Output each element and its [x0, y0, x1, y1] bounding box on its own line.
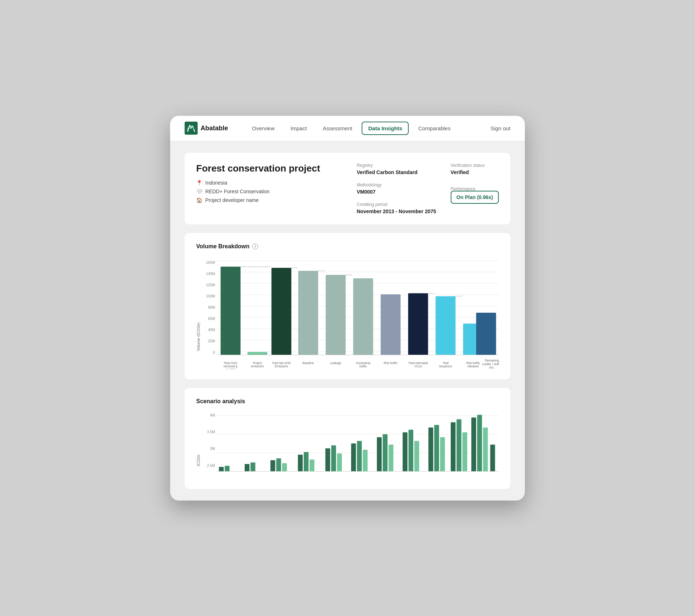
registry-group: Registry Verified Carbon Standard [357, 163, 436, 175]
nav-data-insights[interactable]: Data Insights [362, 122, 409, 135]
location-icon: 📍 [196, 180, 202, 186]
y-label-100: 100M [201, 294, 215, 298]
developer-item: 🏠 Project developer name [196, 197, 342, 203]
y-axis-title: Volume (tCO2e) [196, 257, 201, 351]
svg-rect-70 [456, 419, 461, 471]
svg-rect-1 [220, 266, 240, 355]
project-meta: 📍 Indonesia 🤍 REDD+ Forest Conservation … [196, 180, 342, 203]
svg-text:avoided: avoided [226, 367, 236, 369]
project-header: Forest conservation project 📍 Indonesia … [185, 153, 510, 224]
main-content: Forest conservation project 📍 Indonesia … [170, 141, 525, 501]
svg-rect-69 [451, 422, 455, 471]
svg-rect-66 [429, 427, 433, 471]
location-text: Indonesia [205, 180, 227, 186]
y-label-0: 0 [201, 351, 215, 355]
svg-rect-10 [353, 278, 373, 355]
svg-rect-63 [403, 432, 407, 471]
svg-rect-65 [414, 441, 419, 471]
scenario-analysis-section: Scenario analysis tCO2e 2.5M 3M 3.5M 4M [185, 388, 510, 489]
app-frame: Abatable Overview Impact Assessment Data… [170, 116, 525, 501]
svg-rect-71 [462, 432, 467, 471]
developer-icon: 🏠 [196, 197, 202, 203]
navbar: Abatable Overview Impact Assessment Data… [170, 116, 525, 141]
y-label-20: 20M [201, 339, 215, 343]
y-label-80: 80M [201, 305, 215, 309]
y-label-120: 120M [201, 283, 215, 287]
volume-breakdown-title: Volume Breakdown i [196, 243, 499, 250]
svg-rect-75 [490, 444, 495, 471]
svg-text:Emissions: Emissions [275, 364, 288, 368]
logo-text: Abatable [201, 125, 228, 132]
svg-rect-59 [363, 450, 367, 471]
developer-text: Project developer name [205, 197, 259, 203]
svg-text:acc.: acc. [489, 365, 495, 369]
svg-rect-68 [440, 437, 445, 471]
scenario-chart-body [217, 412, 499, 479]
svg-rect-64 [408, 430, 413, 471]
location-item: 📍 Indonesia [196, 180, 342, 186]
svg-rect-8 [326, 275, 346, 355]
svg-rect-73 [477, 415, 482, 471]
nav-assessment[interactable]: Assessment [316, 122, 359, 135]
svg-text:Baseline: Baseline [303, 361, 314, 364]
verification-group: Verification status Verified [451, 163, 485, 175]
logo-area: Abatable [185, 122, 228, 135]
svg-rect-67 [434, 425, 439, 471]
chart-body: Total GHG removed & avoided Project emis… [217, 257, 499, 369]
type-item: 🤍 REDD+ Forest Conservation [196, 189, 342, 194]
volume-breakdown-section: Volume Breakdown i Volume (tCO2e) 0 20M … [185, 233, 510, 379]
svg-rect-62 [388, 444, 393, 471]
svg-rect-52 [304, 452, 308, 471]
svg-rect-58 [357, 441, 362, 471]
svg-text:released: released [467, 364, 479, 368]
scenario-y-labels: 2.5M 3M 3.5M 4M [201, 413, 217, 468]
svg-rect-56 [337, 453, 342, 471]
performance-badge: On Plan (0.96x) [451, 191, 499, 204]
verification-section: Verification status Verified Performance… [451, 163, 499, 214]
project-details: Registry Verified Carbon Standard Method… [357, 163, 499, 214]
svg-rect-44 [219, 467, 224, 471]
nav-overview[interactable]: Overview [245, 122, 281, 135]
type-text: REDD+ Forest Conservation [205, 189, 270, 194]
svg-rect-50 [282, 463, 287, 471]
svg-rect-61 [383, 434, 387, 471]
svg-rect-14 [435, 296, 455, 355]
project-main-info: Forest conservation project 📍 Indonesia … [196, 163, 342, 203]
svg-text:issuances: issuances [439, 364, 452, 368]
y-label-60: 60M [201, 317, 215, 321]
svg-rect-49 [276, 458, 281, 471]
svg-rect-54 [325, 448, 330, 471]
svg-rect-60 [377, 437, 382, 471]
sign-out-button[interactable]: Sign out [490, 125, 510, 131]
y-label-40: 40M [201, 328, 215, 332]
crediting-value: November 2013 - November 2075 [357, 208, 436, 214]
y-label-140: 140M [201, 272, 215, 276]
project-title: Forest conservation project [196, 163, 342, 174]
verification-label: Verification status [451, 163, 485, 168]
crediting-group: Crediting period November 2013 - Novembe… [357, 202, 436, 214]
methodology-value: VM0007 [357, 189, 436, 195]
registry-label: Registry [357, 163, 436, 168]
volume-info-icon[interactable]: i [252, 244, 258, 249]
svg-rect-51 [298, 455, 303, 471]
svg-rect-4 [271, 267, 291, 355]
svg-text:emissions: emissions [251, 364, 264, 368]
svg-rect-12 [408, 293, 428, 355]
y-axis-labels: 0 20M 40M 60M 80M 100M 120M 140M 160M [201, 261, 217, 355]
svg-text:Risk buffer: Risk buffer [384, 361, 398, 364]
scenario-svg [217, 412, 499, 479]
waterfall-svg: Total GHG removed & avoided Project emis… [217, 257, 499, 369]
svg-rect-45 [225, 466, 229, 471]
type-icon: 🤍 [196, 189, 202, 194]
nav-comparables[interactable]: Comparables [412, 122, 457, 135]
verification-value: Verified [451, 169, 485, 175]
svg-rect-57 [351, 443, 356, 471]
nav-impact[interactable]: Impact [284, 122, 313, 135]
svg-rect-72 [471, 417, 476, 471]
nav-links: Overview Impact Assessment Data Insights… [245, 122, 479, 135]
svg-rect-48 [270, 460, 275, 471]
svg-rect-53 [309, 459, 314, 471]
abatable-logo-icon [185, 122, 198, 135]
svg-rect-55 [331, 445, 336, 471]
svg-rect-74 [483, 427, 488, 471]
